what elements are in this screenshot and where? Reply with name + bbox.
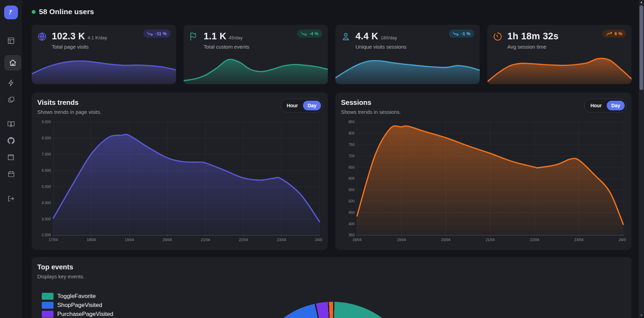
sidebar-item-wallet[interactable] [0,150,22,165]
copy-icon [8,96,15,103]
svg-text:22/04: 22/04 [530,238,539,242]
hour-day-toggle: Hour Day [584,99,626,112]
top-events-pie-chart[interactable] [250,302,416,318]
svg-text:18/04: 18/04 [87,238,96,242]
stat-value: 1h 18m 32s [507,31,561,42]
legend-item-togglefavorite[interactable]: ToggleFavorite [42,293,113,300]
scrollbar[interactable]: ▲ ▼ [639,0,644,318]
chart-title: Sessions [341,99,371,107]
logout-icon [7,195,15,202]
svg-text:6.000: 6.000 [42,168,51,172]
svg-text:450: 450 [349,210,355,215]
stat-card-session-time: 1h 18m 32s Avg session time 6 % [487,25,632,84]
stat-card-unique-sessions: 4.4 K180/day Unique visits sessions -1 % [335,25,480,84]
stat-label: Unique visits sessions [355,44,407,50]
scroll-down-arrow[interactable]: ▼ [639,313,644,318]
svg-text:8.000: 8.000 [42,136,51,140]
logo-wave-icon [7,8,15,17]
svg-text:650: 650 [349,165,355,169]
svg-text:5.000: 5.000 [42,185,51,189]
stat-label: Avg session time [507,44,561,50]
main-content: 58 Online users 102.3 K4.1 K/day Total p… [22,0,644,318]
sidebar-item-pages[interactable] [0,92,22,107]
stat-sparkline [335,52,480,84]
toggle-day-button[interactable]: Day [303,101,321,110]
top-events-subtitle: Displays key events. [37,274,85,279]
flag-icon [189,32,199,41]
github-icon [7,137,15,145]
wallet-icon [7,153,15,161]
svg-text:24/04: 24/04 [315,238,322,242]
timer-icon [493,32,502,41]
app-logo[interactable] [4,6,18,19]
legend-label: ShopPageVisited [57,302,102,309]
sidebar-item-home[interactable] [4,55,21,70]
stat-label: Total page visits [52,44,107,50]
trend-badge: 6 % [603,30,626,38]
legend-label: PurchasePageVisited [57,311,113,318]
trend-badge: -4 % [297,30,322,38]
legend-item-shoppagevisited[interactable]: ShopPageVisited [42,302,113,309]
toggle-hour-button[interactable]: Hour [586,101,606,110]
top-events-title: Top events [37,263,73,271]
svg-text:23/04: 23/04 [574,238,584,242]
sidebar [0,0,22,318]
legend-swatch [42,293,53,300]
svg-text:19/04: 19/04 [397,238,406,242]
sidebar-item-logout[interactable] [0,191,22,206]
scroll-up-arrow[interactable]: ▲ [639,0,644,5]
sidebar-item-dashboard[interactable] [0,33,22,48]
trending-down-icon [301,32,307,36]
stats-row: 102.3 K4.1 K/day Total page visits -11 %… [32,25,632,84]
toggle-day-button[interactable]: Day [607,101,625,110]
sidebar-item-docs[interactable] [0,117,22,132]
toggle-hour-button[interactable]: Hour [282,101,303,110]
svg-text:2.000: 2.000 [42,233,51,237]
sessions-chart: 35040045050055060065070075080085018/0419… [341,119,626,244]
stat-value: 1.1 K45/day [204,31,250,42]
stat-card-page-visits: 102.3 K4.1 K/day Total page visits -11 % [32,25,176,84]
hour-day-toggle: Hour Day [281,99,323,112]
svg-text:700: 700 [349,154,355,158]
online-users-header: 58 Online users [32,8,94,16]
svg-text:21/04: 21/04 [486,238,495,242]
svg-text:600: 600 [349,177,355,181]
svg-text:800: 800 [349,131,355,135]
chart-subtitle: Shows trends in page visits. [37,109,101,115]
stat-label: Total custom events [204,44,250,50]
svg-text:500: 500 [349,199,355,203]
sessions-card: Sessions Shows trends in sessions. Hour … [335,92,632,250]
online-status-dot [32,10,36,14]
svg-text:20/04: 20/04 [163,238,172,242]
svg-text:7.000: 7.000 [42,152,51,156]
visits-trends-chart: 2.0003.0004.0005.0006.0007.0008.0009.000… [37,119,322,244]
stat-rate: 45/day [229,35,243,40]
scrollbar-thumb[interactable] [640,5,643,90]
svg-text:20/04: 20/04 [441,238,450,242]
charts-row: Visits trends Shows trends in page visit… [32,92,632,250]
stat-value: 4.4 K180/day [355,31,407,42]
svg-text:550: 550 [349,188,355,192]
sidebar-item-calendar[interactable] [0,166,22,181]
trend-badge: -1 % [449,30,474,38]
home-icon [9,59,17,67]
svg-text:23/04: 23/04 [277,238,286,242]
sidebar-item-github[interactable] [0,133,22,148]
legend-item-purchasepagevisited[interactable]: PurchasePageVisited [42,311,113,318]
svg-text:3.000: 3.000 [42,217,51,221]
svg-text:850: 850 [349,120,355,124]
online-users-count: 58 Online users [39,8,94,16]
visits-trends-card: Visits trends Shows trends in page visit… [32,92,328,250]
stat-rate: 4.1 K/day [88,35,107,40]
svg-text:9.000: 9.000 [42,120,51,124]
svg-text:17/04: 17/04 [49,238,58,242]
legend-swatch [42,302,53,309]
top-events-card: Top events Displays key events. ToggleFa… [32,257,632,318]
legend-swatch [42,311,53,318]
svg-text:21/04: 21/04 [201,238,210,242]
stat-card-custom-events: 1.1 K45/day Total custom events -4 % [184,25,328,84]
book-open-icon [7,120,15,128]
svg-text:18/04: 18/04 [352,238,362,242]
panels-icon [7,37,15,44]
sidebar-item-events[interactable] [0,75,22,90]
